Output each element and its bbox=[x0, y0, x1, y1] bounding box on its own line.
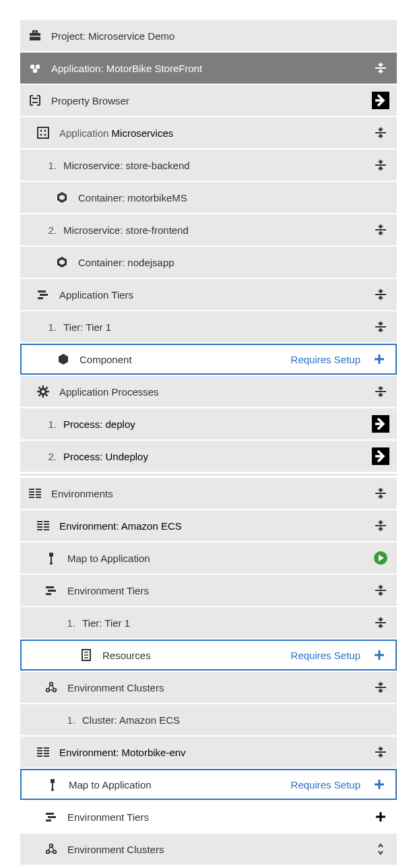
environment-label: Environment: Motorbike-env bbox=[59, 747, 366, 758]
list-number: 1. bbox=[43, 418, 57, 430]
tiers-icon bbox=[43, 809, 59, 824]
app-microservices-label: Application Microservices bbox=[59, 127, 366, 139]
env-tiers-label: Environment Tiers bbox=[67, 585, 366, 596]
list-number: 2. bbox=[43, 224, 57, 236]
collapse-icon[interactable] bbox=[371, 516, 390, 535]
tiers-icon bbox=[35, 287, 51, 302]
plus-icon[interactable] bbox=[371, 807, 390, 826]
arrow-right-icon[interactable] bbox=[371, 91, 390, 110]
collapse-icon[interactable] bbox=[371, 59, 390, 78]
list-number: 1. bbox=[62, 714, 75, 726]
tiers-icon bbox=[43, 583, 59, 598]
map-to-app-label: Map to Application bbox=[69, 779, 291, 790]
map-icon bbox=[43, 551, 59, 565]
hex-solid-icon bbox=[55, 352, 71, 367]
environments-icon bbox=[35, 745, 51, 760]
cluster-label: Cluster: Amazon ECS bbox=[82, 714, 390, 726]
env-tier-label: Tier: Tier 1 bbox=[82, 617, 366, 629]
app-tiers-label: Application Tiers bbox=[59, 289, 366, 301]
env-tiers-row[interactable]: Environment Tiers bbox=[20, 801, 397, 832]
app-microservices-row[interactable]: Application Microservices bbox=[20, 117, 397, 148]
component-label: Component bbox=[79, 354, 291, 365]
process-label: Process: Undeploy bbox=[63, 451, 366, 462]
arrow-right-icon[interactable] bbox=[371, 414, 390, 433]
env-tier-row[interactable]: 1. Tier: Tier 1 bbox=[20, 607, 397, 638]
container-label: Container: nodejsapp bbox=[78, 257, 390, 268]
collapse-icon[interactable] bbox=[371, 317, 390, 336]
requires-setup-text: Requires Setup bbox=[291, 779, 360, 790]
play-icon[interactable] bbox=[371, 549, 390, 567]
expand-icon[interactable] bbox=[371, 840, 390, 859]
resources-label: Resources bbox=[102, 650, 291, 661]
microservice-row[interactable]: 2. Microservice: store-frontend bbox=[20, 214, 397, 245]
grid-icon bbox=[35, 125, 51, 140]
environments-icon bbox=[27, 486, 43, 501]
arrow-right-icon[interactable] bbox=[371, 447, 390, 466]
environment-row[interactable]: Environment: Motorbike-env bbox=[20, 737, 397, 768]
list-number: 1. bbox=[43, 160, 57, 171]
cluster-icon bbox=[43, 842, 59, 857]
app-icon bbox=[27, 61, 43, 75]
process-row[interactable]: 2. Process: Undeploy bbox=[20, 441, 397, 472]
collapse-icon[interactable] bbox=[371, 613, 390, 632]
env-tiers-label: Environment Tiers bbox=[67, 811, 366, 823]
project-label: Project: Microservice Demo bbox=[51, 30, 390, 42]
project-row[interactable]: Project: Microservice Demo bbox=[20, 20, 397, 51]
map-to-app-row[interactable]: Map to Application bbox=[20, 542, 397, 574]
env-clusters-row[interactable]: Environment Clusters bbox=[20, 672, 397, 703]
container-label: Container: motorbikeMS bbox=[78, 192, 390, 204]
hex-icon bbox=[54, 190, 70, 205]
property-browser-row[interactable]: Property Browser bbox=[20, 85, 397, 116]
collapse-icon[interactable] bbox=[371, 678, 390, 697]
list-number: 2. bbox=[43, 451, 57, 462]
resources-setup-row[interactable]: Resources Requires Setup bbox=[20, 640, 397, 671]
environments-icon bbox=[35, 518, 51, 533]
microservice-label: Microservice: store-frontend bbox=[63, 224, 366, 236]
tier-row[interactable]: 1. Tier: Tier 1 bbox=[20, 311, 397, 342]
application-row[interactable]: Application: MotorBike StoreFront bbox=[20, 53, 397, 84]
microservice-row[interactable]: 1. Microservice: store-backend bbox=[20, 150, 397, 181]
property-browser-label: Property Browser bbox=[51, 95, 366, 106]
environment-row[interactable]: Environment: Amazon ECS bbox=[20, 510, 397, 541]
microservice-label: Microservice: store-backend bbox=[63, 160, 366, 171]
requires-setup-text: Requires Setup bbox=[291, 354, 360, 365]
env-clusters-label: Environment Clusters bbox=[67, 844, 366, 855]
collapse-icon[interactable] bbox=[371, 220, 390, 239]
plus-icon[interactable] bbox=[370, 775, 389, 794]
env-tiers-row[interactable]: Environment Tiers bbox=[20, 575, 397, 606]
requires-setup-text: Requires Setup bbox=[291, 650, 360, 661]
collapse-icon[interactable] bbox=[371, 581, 390, 600]
map-to-app-setup-row[interactable]: Map to Application Requires Setup bbox=[20, 769, 397, 800]
container-row[interactable]: Container: motorbikeMS bbox=[20, 182, 397, 213]
collapse-icon[interactable] bbox=[371, 743, 390, 762]
briefcase-icon bbox=[27, 28, 43, 43]
list-number: 1. bbox=[43, 321, 57, 333]
env-clusters-row[interactable]: Environment Clusters bbox=[20, 834, 397, 865]
collapse-icon[interactable] bbox=[371, 156, 390, 175]
tier-label: Tier: Tier 1 bbox=[63, 321, 366, 333]
map-icon bbox=[44, 777, 61, 792]
plus-icon[interactable] bbox=[370, 350, 389, 369]
hex-icon bbox=[54, 255, 70, 270]
divider bbox=[20, 474, 397, 475]
collapse-icon[interactable] bbox=[371, 285, 390, 304]
cluster-row[interactable]: 1. Cluster: Amazon ECS bbox=[20, 704, 397, 735]
application-label: Application: MotorBike StoreFront bbox=[51, 63, 366, 74]
property-browser-icon bbox=[27, 93, 43, 108]
app-tiers-row[interactable]: Application Tiers bbox=[20, 279, 397, 310]
collapse-icon[interactable] bbox=[371, 123, 390, 142]
app-processes-label: Application Processes bbox=[59, 386, 366, 398]
container-row[interactable]: Container: nodejsapp bbox=[20, 247, 397, 278]
collapse-icon[interactable] bbox=[371, 382, 390, 401]
environments-row[interactable]: Environments bbox=[20, 478, 397, 509]
plus-icon[interactable] bbox=[370, 646, 389, 664]
cluster-icon bbox=[43, 680, 59, 695]
app-processes-row[interactable]: Application Processes bbox=[20, 376, 397, 407]
resource-icon bbox=[78, 648, 94, 662]
process-row[interactable]: 1. Process: deploy bbox=[20, 408, 397, 439]
gear-icon bbox=[35, 384, 51, 399]
environments-label: Environments bbox=[51, 488, 366, 499]
collapse-icon[interactable] bbox=[371, 484, 390, 503]
env-clusters-label: Environment Clusters bbox=[67, 682, 366, 693]
component-setup-row[interactable]: Component Requires Setup bbox=[20, 344, 397, 375]
